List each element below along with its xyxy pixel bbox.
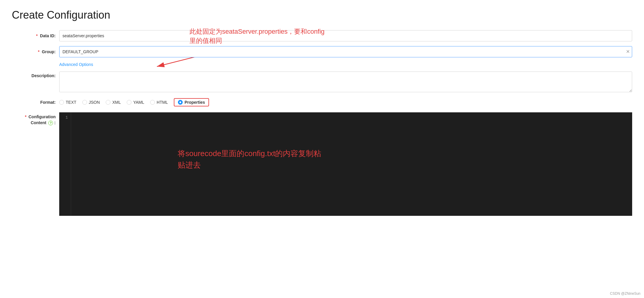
required-star-config: *	[25, 114, 26, 119]
clear-button[interactable]: ✕	[626, 49, 630, 54]
radio-xml	[106, 100, 110, 105]
group-label: * Group:	[12, 49, 59, 54]
description-textarea[interactable]	[59, 72, 632, 92]
format-json-label: JSON	[89, 100, 100, 105]
config-content-row: * Configuration Content ? : 1 将sourecode…	[12, 112, 632, 216]
format-html-label: HTML	[157, 100, 168, 105]
radio-yaml	[127, 100, 131, 105]
data-id-label: * Data ID:	[12, 33, 59, 38]
code-editor: 1 将sourecode里面的config.txt的内容复制粘 贴进去	[59, 112, 632, 216]
format-json-option[interactable]: JSON	[82, 100, 100, 105]
required-star-group: *	[38, 49, 39, 54]
code-textarea[interactable]	[71, 112, 632, 216]
data-id-input[interactable]	[59, 30, 632, 41]
radio-json	[82, 100, 87, 105]
format-xml-label: XML	[112, 100, 121, 105]
format-properties-option[interactable]: Properties	[174, 98, 209, 106]
group-input[interactable]	[59, 46, 632, 57]
format-row: Format: TEXT JSON XML YAML	[12, 98, 632, 106]
format-html-option[interactable]: HTML	[150, 100, 168, 105]
config-content-label: * Configuration Content ? :	[12, 112, 59, 126]
radio-properties	[178, 100, 183, 105]
format-xml-option[interactable]: XML	[106, 100, 121, 105]
group-input-wrapper: ✕	[59, 46, 632, 57]
required-star: *	[36, 33, 38, 38]
format-options: TEXT JSON XML YAML HTML	[59, 98, 209, 106]
line-number-1: 1	[62, 115, 68, 121]
group-row: * Group: ✕	[12, 46, 632, 57]
help-icon[interactable]: ?	[48, 121, 53, 125]
format-yaml-option[interactable]: YAML	[127, 100, 144, 105]
format-properties-label: Properties	[184, 100, 205, 105]
format-yaml-label: YAML	[133, 100, 144, 105]
data-id-row: * Data ID:	[12, 30, 632, 41]
radio-text	[59, 100, 64, 105]
radio-html	[150, 100, 155, 105]
page-title: Create Configuration	[12, 9, 632, 21]
format-label: Format:	[12, 100, 59, 105]
format-text-label: TEXT	[66, 100, 76, 105]
advanced-options-row: Advanced Options	[12, 62, 632, 67]
advanced-options-link[interactable]: Advanced Options	[59, 62, 93, 67]
format-text-option[interactable]: TEXT	[59, 100, 76, 105]
description-label: Description:	[12, 72, 59, 78]
line-numbers: 1	[59, 112, 71, 216]
description-row: Description:	[12, 72, 632, 92]
